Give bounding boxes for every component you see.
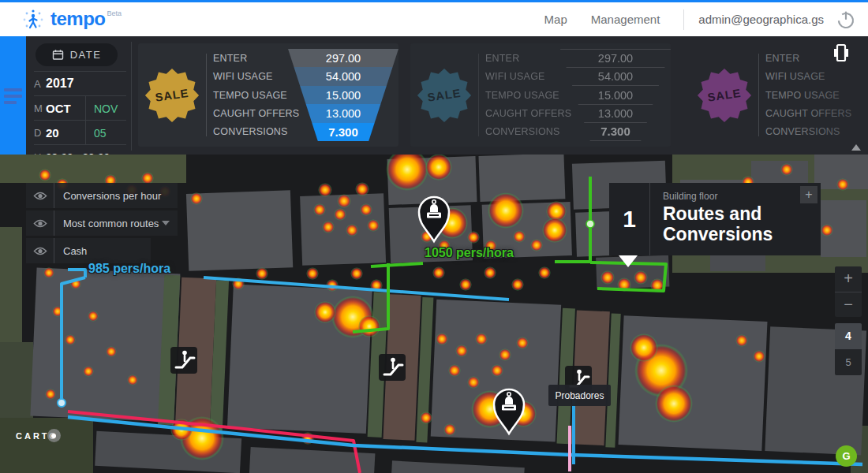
- floor-option-4[interactable]: 4: [835, 323, 862, 349]
- day-primary: 20: [46, 126, 85, 140]
- floor-subtitle: Building floor: [663, 191, 821, 202]
- funnel-value: 54.000: [288, 67, 398, 85]
- nav-item-management[interactable]: Management: [591, 13, 660, 26]
- escalator-icon[interactable]: [170, 347, 197, 374]
- year-value: 2017: [46, 76, 85, 91]
- route-flow-label-green: 1050 pers/hora: [425, 246, 514, 260]
- funnel-value: 7.300: [560, 123, 671, 141]
- beta-badge: Beta: [107, 9, 122, 17]
- month-key: M: [34, 102, 46, 114]
- funnel-value: 7.300: [288, 123, 398, 141]
- metric-label: ENTER: [765, 53, 868, 64]
- nav-divider: [683, 9, 684, 30]
- top-navigation: Map Management admin@geographica.gs: [544, 9, 857, 31]
- layer-label: Conversions per hour: [63, 190, 161, 202]
- account-button[interactable]: G: [836, 445, 857, 467]
- tempo-dashboard: tempo Beta Map Management admin@geograph…: [0, 0, 868, 473]
- sale-badge-icon: SALE: [695, 66, 754, 125]
- funnel-value: 15.000: [560, 86, 671, 104]
- eye-icon[interactable]: [26, 210, 54, 236]
- map-layers-panel: Conversions per hour Most common routes …: [26, 183, 178, 266]
- metric-label: TEMPO USAGE: [485, 90, 560, 101]
- metric-label: CAUGHT OFFERS: [485, 108, 560, 119]
- calendar-icon: [52, 49, 64, 61]
- date-button[interactable]: DATE: [36, 43, 118, 66]
- day-secondary[interactable]: 05: [85, 121, 126, 145]
- brand-name: tempo: [51, 9, 106, 29]
- metric-label: CONVERSIONS: [765, 126, 868, 137]
- metric-label: WIFI USAGE: [765, 71, 868, 82]
- month-primary: OCT: [46, 102, 85, 115]
- metric-label: ENTER: [213, 53, 288, 64]
- kpi-panel: DATE A 2017 M OCT NOV D 20 05: [0, 36, 868, 155]
- map-canvas[interactable]: Conversions per hour Most common routes …: [0, 155, 868, 473]
- layer-toggle-cash[interactable]: Cash: [26, 238, 151, 263]
- date-button-label: DATE: [70, 49, 102, 61]
- hours-key: H: [34, 151, 46, 155]
- hours-value: 09:00 - 22:00: [46, 151, 126, 155]
- top-bar: tempo Beta Map Management admin@geograph…: [0, 2, 868, 36]
- floor-title: Routes and Conversions: [663, 203, 821, 245]
- map-tooltip: Probadores: [548, 385, 611, 406]
- kpi-card-sale-1[interactable]: SALE ENTER WIFI USAGE TEMPO USAGE CAUGHT…: [138, 43, 398, 147]
- floor-panel-pointer: [619, 255, 638, 267]
- year-key: A: [34, 78, 46, 90]
- layer-toggle-routes[interactable]: Most common routes: [26, 210, 178, 236]
- metric-label: CONVERSIONS: [485, 126, 560, 137]
- carto-logo-dot-icon: [47, 429, 61, 442]
- user-email[interactable]: admin@geographica.gs: [698, 13, 824, 26]
- date-row-year[interactable]: A 2017: [34, 71, 126, 95]
- menu-hamburger-icon[interactable]: [4, 88, 22, 107]
- escalator-icon[interactable]: [379, 354, 406, 381]
- floor-number: 1: [609, 183, 650, 255]
- nav-item-map[interactable]: Map: [544, 13, 567, 26]
- chevron-down-icon[interactable]: [162, 221, 170, 225]
- conversion-funnel: 297.00 54.000 15.000 13.000 7.300: [288, 49, 398, 141]
- metric-label: ENTER: [485, 53, 560, 64]
- route-flow-label-blue: 985 pers/hora: [88, 262, 170, 276]
- metric-label: WIFI USAGE: [485, 71, 560, 82]
- zoom-in-button[interactable]: +: [835, 266, 862, 292]
- date-row-hours[interactable]: H 09:00 - 22:00: [34, 144, 126, 155]
- top-accent-line: [0, 0, 868, 2]
- panel-collapse-arrow-icon[interactable]: [851, 144, 861, 151]
- building-floor-panel: 1 Building floor Routes and Conversions …: [609, 183, 821, 255]
- logout-power-icon[interactable]: [835, 9, 857, 31]
- zoom-out-button[interactable]: −: [835, 292, 862, 317]
- date-row-day[interactable]: D 20 05: [34, 120, 126, 144]
- metric-label: TEMPO USAGE: [765, 90, 868, 101]
- expand-panel-button[interactable]: +: [800, 186, 817, 203]
- metric-label: WIFI USAGE: [213, 71, 288, 82]
- layer-toggle-conversions[interactable]: Conversions per hour: [26, 183, 178, 208]
- sale-badge-icon: SALE: [143, 66, 201, 125]
- conversion-funnel: 297.00 54.000 15.000 13.000 7.300: [560, 49, 671, 141]
- left-accent-strip: [0, 36, 26, 155]
- layer-label: Most common routes: [63, 218, 159, 229]
- eye-icon[interactable]: [26, 238, 54, 263]
- funnel-value: 13.000: [560, 105, 671, 123]
- eye-icon[interactable]: [26, 183, 54, 208]
- floor-selector: 4 5: [835, 323, 862, 375]
- metric-label: CAUGHT OFFERS: [213, 108, 288, 119]
- funnel-value: 54.000: [560, 68, 671, 86]
- metric-label: CAUGHT OFFERS: [765, 108, 868, 119]
- sale-badge-icon: SALE: [415, 66, 473, 125]
- walking-person-icon: [22, 9, 44, 31]
- funnel-value: 297.00: [288, 49, 398, 67]
- metric-label: TEMPO USAGE: [213, 90, 288, 101]
- kpi-card-sale-2[interactable]: SALE ENTER WIFI USAGE TEMPO USAGE CAUGHT…: [410, 43, 671, 147]
- cards-flip-icon[interactable]: [833, 43, 849, 63]
- day-key: D: [34, 127, 46, 139]
- month-secondary[interactable]: NOV: [85, 96, 126, 121]
- carto-attribution[interactable]: CARTO: [16, 429, 61, 442]
- floor-option-5[interactable]: 5: [835, 349, 862, 375]
- kpi-panel-content: DATE A 2017 M OCT NOV D 20 05: [26, 36, 868, 155]
- brand-logo[interactable]: tempo Beta: [22, 9, 122, 31]
- funnel-value: 13.000: [288, 104, 398, 122]
- date-row-month[interactable]: M OCT NOV: [34, 95, 126, 120]
- metric-label: CONVERSIONS: [213, 126, 288, 137]
- date-widget: DATE A 2017 M OCT NOV D 20 05: [34, 42, 132, 151]
- zoom-control: + −: [835, 266, 862, 317]
- funnel-value: 297.00: [560, 49, 671, 68]
- funnel-value: 15.000: [288, 86, 398, 104]
